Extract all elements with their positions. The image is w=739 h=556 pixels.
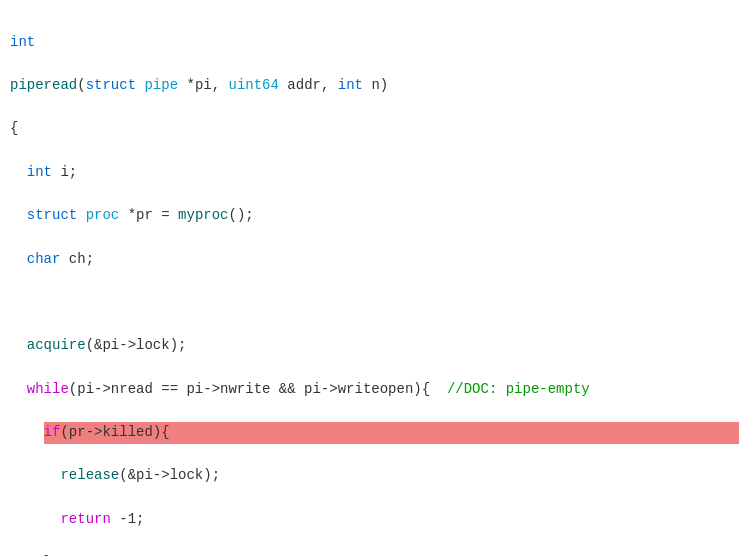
line-11: release(&pi->lock);: [10, 465, 729, 487]
line-1: int: [10, 32, 729, 54]
line-13: }: [10, 552, 729, 556]
line-5: struct proc *pr = myproc();: [10, 205, 729, 227]
line-2: piperead(struct pipe *pi, uint64 addr, i…: [10, 75, 729, 97]
line-7: [10, 292, 729, 314]
line-8: acquire(&pi->lock);: [10, 335, 729, 357]
code-block: int piperead(struct pipe *pi, uint64 add…: [0, 0, 739, 556]
line-6: char ch;: [10, 249, 729, 271]
line-12: return -1;: [10, 509, 729, 531]
line-9: while(pi->nread == pi->nwrite && pi->wri…: [10, 379, 729, 401]
line-4: int i;: [10, 162, 729, 184]
line-3: {: [10, 118, 729, 140]
line-10: if(pr->killed){: [10, 422, 729, 444]
